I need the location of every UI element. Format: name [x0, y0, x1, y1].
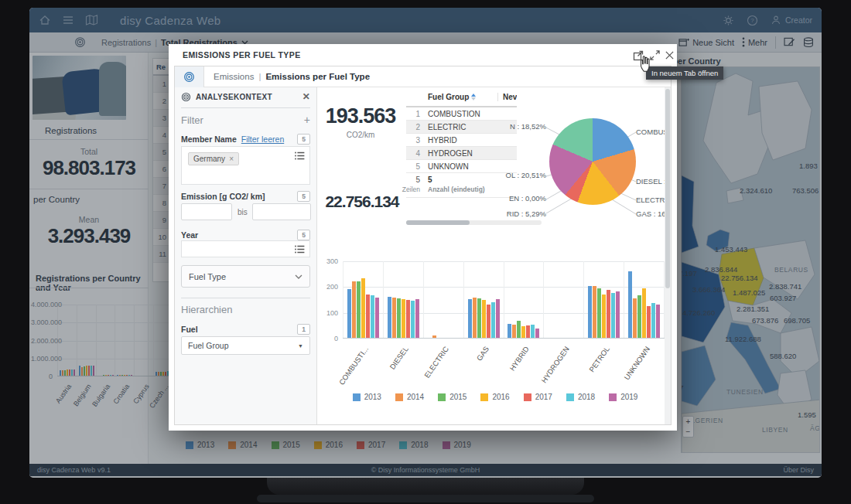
bar-UNKNOWN-2017[interactable]: [647, 306, 651, 338]
legend-item-2015[interactable]: 2015: [438, 393, 467, 401]
bar-DIESEL-2019[interactable]: [415, 299, 419, 338]
add-filter-button[interactable]: +: [304, 114, 310, 126]
bar-group-PETROL: [583, 261, 624, 338]
bar-UNKNOWN-2014[interactable]: [633, 298, 637, 338]
context-close-icon[interactable]: ✕: [302, 91, 310, 102]
bar-UNKNOWN-2013[interactable]: [628, 271, 632, 338]
bar-COMBUSTI...-2013[interactable]: [347, 289, 351, 338]
bar-ELECTRIC-2014[interactable]: [432, 335, 436, 338]
x-axis-label: GAS: [474, 345, 490, 363]
bar-HYBRID-2018[interactable]: [531, 325, 535, 338]
fuel-share-pie-chart[interactable]: [549, 118, 636, 205]
legend-swatch: [524, 393, 531, 401]
bar-GAS-2019[interactable]: [496, 299, 500, 338]
bar-HYBRID-2017[interactable]: [526, 325, 530, 338]
emission-to-input[interactable]: [252, 203, 311, 220]
germany-chip[interactable]: Germany×: [188, 152, 239, 165]
table-horizontal-scrollbar[interactable]: [406, 220, 542, 225]
bar-COMBUSTI...-2014[interactable]: [352, 281, 356, 338]
bar-UNKNOWN-2019[interactable]: [656, 305, 660, 338]
bar-COMBUSTI...-2015[interactable]: [357, 281, 361, 338]
bar-GAS-2017[interactable]: [487, 305, 490, 338]
table-row[interactable]: 4HYDROGEN: [406, 147, 517, 160]
modal-breadcrumb[interactable]: Emissions | Emissions per Fuel Type: [214, 72, 370, 81]
target-icon: [183, 71, 195, 83]
pie-label-hybrid: RID : 5,29%: [477, 209, 546, 218]
table-row[interactable]: 3HYBRID: [406, 134, 517, 147]
legend-item-2013[interactable]: 2013: [353, 393, 381, 401]
table-header-row: Fuel Group Nev: [406, 87, 517, 107]
year-field[interactable]: [181, 240, 310, 257]
bar-PETROL-2018[interactable]: [611, 293, 615, 338]
bar-HYBRID-2016[interactable]: [521, 326, 525, 338]
legend-label: 2014: [407, 393, 424, 401]
modal-vertical-scrollbar[interactable]: [665, 87, 671, 424]
legend-item-2014[interactable]: 2014: [395, 393, 424, 401]
emission-from-input[interactable]: [181, 203, 232, 220]
bar-PETROL-2016[interactable]: [602, 295, 606, 338]
close-icon[interactable]: [665, 50, 675, 60]
clear-filter-link[interactable]: Filter leeren: [241, 135, 284, 144]
fuel-group-column-header[interactable]: Fuel Group: [423, 93, 497, 101]
workb-target-box[interactable]: [175, 66, 204, 87]
second-column-header[interactable]: Nev: [497, 93, 517, 101]
bar-DIESEL-2013[interactable]: [388, 297, 391, 338]
bar-PETROL-2013[interactable]: [588, 286, 592, 338]
fuel-type-collapsed-filter[interactable]: Fuel Type: [181, 265, 310, 288]
bar-PETROL-2017[interactable]: [607, 290, 610, 338]
bar-PETROL-2014[interactable]: [593, 286, 596, 338]
bar-COMBUSTI...-2017[interactable]: [366, 295, 370, 338]
bar-GAS-2014[interactable]: [473, 298, 477, 338]
chip-label: Germany: [193, 155, 225, 163]
bar-PETROL-2019[interactable]: [616, 291, 620, 338]
bar-PETROL-2015[interactable]: [597, 288, 601, 338]
x-axis-label: COMBUSTI...: [337, 345, 370, 387]
value-list-icon[interactable]: [295, 245, 305, 254]
scrollbar-thumb[interactable]: [665, 89, 670, 288]
bar-DIESEL-2018[interactable]: [411, 301, 415, 338]
bar-groups: [343, 261, 665, 338]
table-row[interactable]: 1COMBUSTION: [406, 107, 517, 121]
member-name-field[interactable]: Germany×: [181, 146, 310, 185]
bar-DIESEL-2014[interactable]: [392, 298, 396, 338]
bar-group-DIESEL: [383, 261, 423, 338]
x-axis-label: PETROL: [587, 345, 611, 373]
bar-COMBUSTI...-2018[interactable]: [371, 295, 374, 338]
row-number: 5: [406, 162, 423, 171]
bar-DIESEL-2015[interactable]: [397, 298, 401, 338]
bar-DIESEL-2016[interactable]: [402, 299, 405, 338]
bar-GAS-2018[interactable]: [491, 302, 495, 338]
bar-UNKNOWN-2016[interactable]: [642, 288, 646, 338]
legend-item-2018[interactable]: 2018: [566, 393, 595, 401]
legend-label: 2019: [620, 393, 637, 401]
bar-COMBUSTI...-2016[interactable]: [361, 278, 365, 338]
bar-HYBRID-2013[interactable]: [508, 324, 511, 338]
bar-HYBRID-2015[interactable]: [517, 321, 521, 338]
y-axis-tick: 200: [317, 283, 338, 291]
legend-item-2016[interactable]: 2016: [480, 393, 509, 401]
bar-UNKNOWN-2018[interactable]: [651, 303, 655, 338]
bar-DIESEL-2017[interactable]: [406, 300, 410, 338]
chip-remove-icon[interactable]: ×: [229, 155, 234, 163]
legend-item-2017[interactable]: 2017: [524, 393, 552, 401]
fuel-group-dropdown[interactable]: Fuel Group ▼: [181, 336, 310, 355]
legend-item-2019[interactable]: 2019: [609, 393, 637, 401]
bar-GAS-2016[interactable]: [482, 300, 486, 338]
bar-COMBUSTI...-2019[interactable]: [375, 298, 379, 338]
bar-GAS-2015[interactable]: [477, 298, 481, 338]
crumb-separator: |: [258, 72, 261, 81]
sort-icon[interactable]: [471, 94, 476, 100]
bar-group-HYBRID: [504, 261, 544, 338]
year-count-badge: 5: [297, 230, 310, 240]
scrollbar-thumb[interactable]: [406, 220, 470, 225]
bar-group-COMBUSTI...: [343, 261, 383, 338]
year-label: Year: [181, 230, 198, 240]
value-list-icon[interactable]: [295, 152, 305, 160]
monitor-stand: [267, 478, 584, 495]
bar-UNKNOWN-2015[interactable]: [637, 295, 641, 338]
bar-HYBRID-2014[interactable]: [512, 325, 516, 338]
bar-GAS-2013[interactable]: [468, 299, 472, 338]
legend-swatch: [395, 393, 403, 401]
bar-HYBRID-2019[interactable]: [535, 329, 539, 338]
y-axis-tick: 300: [317, 257, 338, 265]
